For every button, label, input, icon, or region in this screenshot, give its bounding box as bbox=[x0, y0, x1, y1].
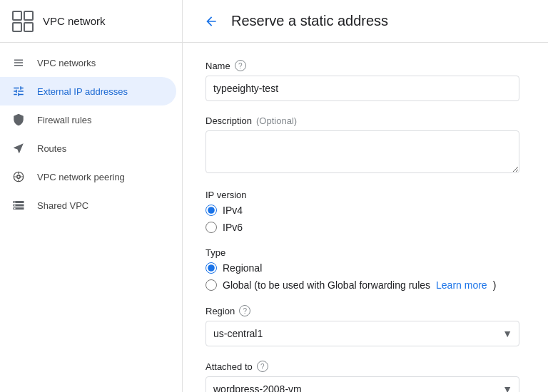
ipv6-label: IPv6 bbox=[223, 222, 243, 233]
sidebar-item-vpc-peering[interactable]: VPC network peering bbox=[0, 163, 176, 191]
regional-radio-item[interactable]: Regional bbox=[206, 262, 525, 274]
name-help-icon[interactable]: ? bbox=[235, 60, 246, 71]
svg-rect-2 bbox=[13, 23, 21, 31]
description-input[interactable] bbox=[206, 130, 519, 173]
attached-to-label: Attached to ? bbox=[206, 361, 525, 372]
sidebar: VPC network VPC networks External IP add… bbox=[0, 0, 183, 392]
ip-version-radio-group: IPv4 IPv6 bbox=[206, 205, 525, 233]
name-label: Name ? bbox=[206, 60, 525, 71]
page-title: Reserve a static address bbox=[231, 13, 388, 29]
sidebar-item-label-peering: VPC network peering bbox=[37, 172, 125, 182]
type-radio-group: Regional Global (to be used with Global … bbox=[206, 262, 525, 291]
main-content: Reserve a static address Name ? Descript… bbox=[183, 0, 548, 392]
svg-point-4 bbox=[17, 175, 21, 179]
svg-rect-3 bbox=[24, 23, 33, 31]
sidebar-header: VPC network bbox=[0, 0, 182, 43]
vpc-network-logo bbox=[11, 10, 34, 33]
global-label: Global (to be used with Global forwardin… bbox=[223, 279, 430, 291]
sidebar-item-label-vpc-networks: VPC networks bbox=[37, 58, 96, 68]
region-select-wrapper: us-central1 us-east1 us-west1 europe-wes… bbox=[206, 321, 519, 346]
name-input[interactable] bbox=[206, 76, 519, 101]
ipv4-radio-item[interactable]: IPv4 bbox=[206, 205, 525, 216]
description-label: Description (Optional) bbox=[206, 115, 525, 126]
peering-icon bbox=[11, 170, 26, 184]
regional-label: Regional bbox=[223, 262, 262, 274]
ipv6-radio[interactable] bbox=[206, 222, 217, 233]
sidebar-title: VPC network bbox=[43, 15, 106, 27]
name-field: Name ? bbox=[206, 60, 525, 101]
svg-rect-0 bbox=[13, 11, 21, 20]
vpc-networks-icon bbox=[11, 56, 26, 70]
ipv4-label: IPv4 bbox=[223, 205, 243, 216]
learn-more-link[interactable]: Learn more bbox=[436, 279, 487, 291]
sidebar-item-vpc-networks[interactable]: VPC networks bbox=[0, 48, 176, 77]
regional-radio[interactable] bbox=[206, 262, 217, 274]
sidebar-item-external-ip-addresses[interactable]: External IP addresses bbox=[0, 77, 176, 105]
sidebar-item-label-routes: Routes bbox=[37, 143, 66, 154]
global-radio-item[interactable]: Global (to be used with Global forwardin… bbox=[206, 279, 525, 291]
ipv4-radio[interactable] bbox=[206, 205, 217, 216]
attached-to-select[interactable]: wordpress-2008-vm (none) bbox=[206, 376, 519, 392]
type-label: Type bbox=[206, 247, 525, 258]
main-header: Reserve a static address bbox=[183, 0, 548, 43]
sidebar-item-routes[interactable]: Routes bbox=[0, 134, 176, 163]
region-label: Region ? bbox=[206, 305, 525, 316]
ip-version-field: IP version IPv4 IPv6 bbox=[206, 190, 525, 233]
form-container: Name ? Description (Optional) IP version… bbox=[183, 43, 548, 392]
sidebar-item-label-shared-vpc: Shared VPC bbox=[37, 200, 88, 211]
external-ip-icon bbox=[11, 84, 26, 98]
attached-to-select-wrapper: wordpress-2008-vm (none) ▼ bbox=[206, 376, 519, 392]
attached-to-help-icon[interactable]: ? bbox=[257, 361, 268, 372]
routes-icon bbox=[11, 141, 26, 155]
sidebar-item-shared-vpc[interactable]: Shared VPC bbox=[0, 191, 176, 220]
global-radio[interactable] bbox=[206, 279, 217, 291]
shared-vpc-icon bbox=[11, 198, 26, 212]
sidebar-item-firewall-rules[interactable]: Firewall rules bbox=[0, 105, 176, 134]
region-field: Region ? us-central1 us-east1 us-west1 e… bbox=[206, 305, 525, 346]
description-field: Description (Optional) bbox=[206, 115, 525, 175]
region-help-icon[interactable]: ? bbox=[239, 305, 250, 316]
svg-rect-1 bbox=[24, 11, 33, 20]
back-button[interactable] bbox=[200, 10, 223, 33]
sidebar-item-label-firewall: Firewall rules bbox=[37, 115, 92, 125]
region-select[interactable]: us-central1 us-east1 us-west1 europe-wes… bbox=[206, 321, 519, 346]
ipv6-radio-item[interactable]: IPv6 bbox=[206, 222, 525, 233]
type-field: Type Regional Global (to be used with Gl… bbox=[206, 247, 525, 291]
attached-to-field: Attached to ? wordpress-2008-vm (none) ▼ bbox=[206, 361, 525, 392]
ip-version-label: IP version bbox=[206, 190, 525, 200]
firewall-icon bbox=[11, 113, 26, 127]
sidebar-nav: VPC networks External IP addresses Firew… bbox=[0, 43, 182, 225]
sidebar-item-label-external-ip: External IP addresses bbox=[37, 86, 128, 97]
